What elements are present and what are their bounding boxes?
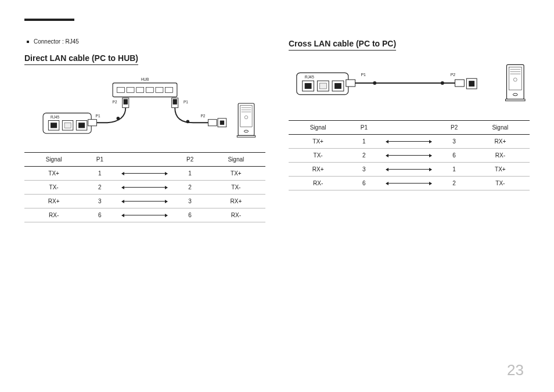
svg-rect-43 — [455, 80, 465, 87]
svg-rect-53 — [506, 99, 526, 101]
double-arrow-icon — [122, 215, 167, 215]
header-rule — [24, 19, 74, 21]
svg-rect-1 — [117, 87, 125, 92]
svg-rect-45 — [469, 81, 474, 87]
table-row: TX-26RX- — [289, 149, 530, 163]
table-row: RX-62TX- — [289, 177, 530, 190]
table-cell: RX+ — [24, 195, 83, 208]
th-blank — [116, 153, 173, 167]
table-cell: 1 — [173, 167, 206, 181]
table-cell — [380, 149, 437, 163]
table-cell: RX+ — [207, 195, 265, 208]
svg-rect-25 — [240, 106, 252, 127]
cross-diagram: RJ45 P1 P2 — [289, 61, 530, 113]
double-arrow-icon — [122, 187, 167, 188]
cross-tbody: TX+13RX+TX-26RX-RX+31TX+RX-62TX- — [289, 135, 530, 190]
table-cell: 1 — [347, 135, 380, 149]
left-column: Connector : RJ45 Direct LAN cable (PC to… — [24, 38, 265, 222]
p1-label-panel: P1 — [96, 114, 100, 118]
table-cell: TX- — [289, 149, 347, 163]
svg-point-41 — [373, 81, 376, 85]
table-cell: 3 — [173, 195, 206, 208]
svg-rect-18 — [78, 123, 85, 128]
table-row: TX+13RX+ — [289, 135, 530, 149]
table-cell: RX+ — [471, 135, 530, 149]
page: Connector : RJ45 Direct LAN cable (PC to… — [0, 0, 554, 392]
table-cell — [380, 177, 437, 190]
cross-table: Signal P1 P2 Signal TX+13RX+TX-26RX-RX+3… — [289, 120, 530, 190]
table-cell: RX- — [24, 208, 83, 222]
page-number: 23 — [507, 361, 524, 379]
table-cell — [116, 208, 173, 222]
double-arrow-icon — [386, 141, 431, 142]
svg-rect-5 — [156, 87, 163, 92]
table-cell: 1 — [437, 163, 470, 177]
direct-table: Signal P1 P2 Signal TX+11TX+TX-22TX-RX+3… — [24, 152, 265, 222]
table-row: TX+11TX+ — [24, 167, 265, 181]
svg-rect-6 — [166, 87, 173, 92]
table-cell: TX+ — [471, 163, 530, 177]
th-p2: P2 — [173, 153, 206, 167]
hub-label: HUB — [141, 77, 149, 81]
table-cell: 3 — [437, 135, 470, 149]
table-cell: 2 — [173, 181, 206, 195]
svg-rect-23 — [220, 121, 224, 125]
svg-rect-16 — [64, 123, 71, 128]
svg-point-11 — [117, 117, 120, 120]
p2-label: P2 — [451, 73, 456, 77]
rj45-label-left: RJ45 — [51, 115, 59, 119]
table-cell: RX- — [289, 177, 347, 190]
svg-rect-38 — [334, 83, 341, 89]
th-p1: P1 — [347, 121, 380, 135]
double-arrow-icon — [122, 201, 167, 202]
svg-rect-39 — [346, 80, 355, 87]
svg-rect-2 — [127, 87, 134, 92]
p1-label: P1 — [361, 73, 366, 77]
table-cell: 6 — [437, 149, 470, 163]
direct-tbody: TX+11TX+TX-22TX-RX+33RX+RX-66RX- — [24, 167, 265, 222]
connector-note-text: Connector : RJ45 — [34, 38, 79, 45]
svg-rect-10 — [173, 99, 177, 105]
table-row: TX-22TX- — [24, 181, 265, 195]
table-cell — [116, 181, 173, 195]
table-cell: 6 — [83, 208, 116, 222]
table-header-row: Signal P1 P2 Signal — [24, 153, 265, 167]
double-arrow-icon — [386, 183, 431, 184]
table-cell: 2 — [347, 149, 380, 163]
columns: Connector : RJ45 Direct LAN cable (PC to… — [24, 38, 530, 222]
table-cell: RX+ — [289, 163, 347, 177]
table-cell: TX- — [207, 181, 265, 195]
direct-diagram: HUB P2 P1 — [24, 75, 265, 145]
table-cell: 2 — [437, 177, 470, 190]
table-cell — [380, 163, 437, 177]
th-p2: P2 — [437, 121, 470, 135]
table-cell: 3 — [347, 163, 380, 177]
table-cell: 1 — [83, 167, 116, 181]
table-row: RX+31TX+ — [289, 163, 530, 177]
double-arrow-icon — [386, 169, 431, 170]
th-p1: P1 — [83, 153, 116, 167]
table-cell: TX- — [24, 181, 83, 195]
svg-rect-14 — [51, 123, 57, 128]
table-cell: TX+ — [289, 135, 347, 149]
svg-rect-36 — [319, 83, 326, 89]
th-signal-l: Signal — [24, 153, 83, 167]
table-cell — [380, 135, 437, 149]
rj45-label: RJ45 — [305, 75, 314, 79]
table-header-row: Signal P1 P2 Signal — [289, 121, 530, 135]
svg-rect-21 — [208, 120, 217, 126]
table-cell: 2 — [83, 181, 116, 195]
table-cell: TX+ — [24, 167, 83, 181]
p2-label-cable: P2 — [201, 114, 206, 118]
double-arrow-icon — [386, 155, 431, 156]
svg-rect-3 — [136, 87, 144, 92]
direct-title: Direct LAN cable (PC to HUB) — [24, 53, 138, 65]
p1-label-hub: P1 — [184, 100, 188, 104]
table-cell — [116, 195, 173, 208]
table-cell: 3 — [83, 195, 116, 208]
connector-note: Connector : RJ45 — [27, 38, 265, 45]
svg-rect-31 — [237, 135, 255, 137]
table-cell — [116, 167, 173, 181]
table-row: RX+33RX+ — [24, 195, 265, 208]
svg-rect-47 — [509, 67, 521, 90]
